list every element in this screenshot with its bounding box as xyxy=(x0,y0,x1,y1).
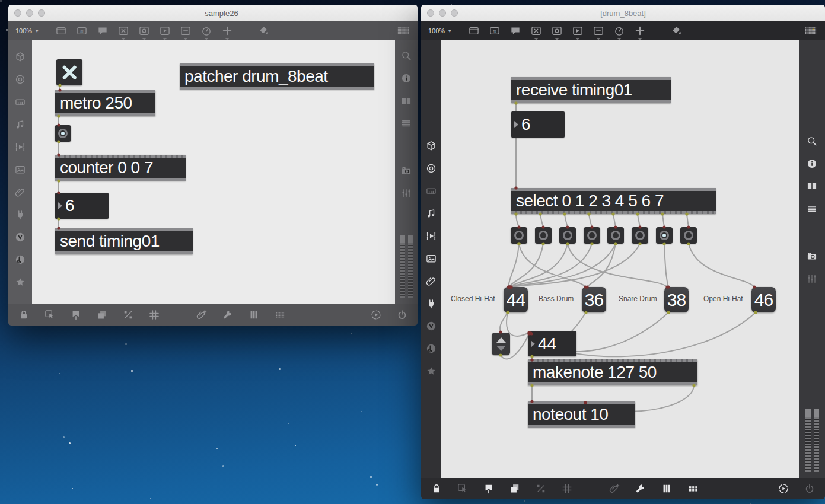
paint-icon[interactable] xyxy=(257,24,271,38)
duplicate-icon[interactable] xyxy=(508,481,522,496)
keyboard-icon[interactable] xyxy=(13,95,27,109)
wrench-icon[interactable] xyxy=(221,308,235,322)
beap-icon[interactable] xyxy=(424,342,438,356)
patcher-object[interactable]: patcher drum_8beat xyxy=(180,63,374,90)
keyboard-icon[interactable] xyxy=(424,184,438,198)
minimize-button[interactable] xyxy=(439,9,446,17)
number-box-icon[interactable] xyxy=(179,24,193,38)
search-icon[interactable] xyxy=(399,49,413,63)
cube-icon[interactable] xyxy=(424,139,438,153)
star-icon[interactable] xyxy=(424,364,438,378)
metro-object[interactable]: metro 250 xyxy=(55,90,155,116)
zoom-level-selector[interactable]: 100%▼ xyxy=(15,27,39,34)
number-box-top[interactable]: 6 xyxy=(511,111,565,138)
toggle-x[interactable] xyxy=(56,59,82,85)
bang-button[interactable] xyxy=(55,125,71,142)
dial-icon[interactable] xyxy=(199,24,214,38)
button-icon[interactable] xyxy=(550,24,564,38)
patcher-window-drum-8beat[interactable]: [drum_8beat] 100%▼ m receive timing016se… xyxy=(421,5,825,499)
number-box[interactable]: 6 xyxy=(55,193,109,219)
matrix-grid-icon[interactable] xyxy=(804,24,818,38)
cube-icon[interactable] xyxy=(13,50,27,64)
info-icon[interactable] xyxy=(805,157,819,171)
align-icon[interactable] xyxy=(121,308,135,322)
paperclip-add-icon[interactable] xyxy=(195,308,209,322)
stepseq-icon[interactable] xyxy=(273,308,287,322)
msg-44[interactable]: 44 xyxy=(504,287,528,312)
list-icon[interactable] xyxy=(805,202,819,216)
number-box-icon[interactable] xyxy=(591,24,606,38)
bang-6[interactable] xyxy=(656,227,673,244)
patcher-window-sample26[interactable]: sample26 100%▼ m patcher drum_8beatmetro… xyxy=(8,5,418,326)
makenote-object[interactable]: makenote 127 50 xyxy=(528,359,697,385)
message-box-icon[interactable]: m xyxy=(75,24,89,38)
filters-icon[interactable] xyxy=(399,186,413,200)
wrench-icon[interactable] xyxy=(633,481,648,496)
bang-2[interactable] xyxy=(559,227,576,244)
send-object[interactable]: send timing01 xyxy=(55,228,193,254)
star-icon[interactable] xyxy=(13,275,27,289)
info-icon[interactable] xyxy=(399,71,413,85)
traffic-lights[interactable] xyxy=(427,9,458,17)
paperclip-icon[interactable] xyxy=(13,185,27,199)
video-icon[interactable] xyxy=(424,229,438,243)
number-box-note[interactable]: 44 xyxy=(528,331,576,356)
transport-icon[interactable] xyxy=(369,308,383,322)
close-button[interactable] xyxy=(427,9,434,17)
decrement-arrow[interactable] xyxy=(496,346,506,351)
add-object-icon[interactable] xyxy=(633,24,647,38)
paperclip-add-icon[interactable] xyxy=(607,481,622,496)
note-icon[interactable] xyxy=(424,206,438,221)
vizzie-icon[interactable] xyxy=(424,319,438,333)
bang-5[interactable] xyxy=(632,227,648,244)
close-button[interactable] xyxy=(14,9,21,17)
lock-icon[interactable] xyxy=(429,481,444,496)
lock-icon[interactable] xyxy=(17,308,31,322)
presentation-icon[interactable] xyxy=(69,308,83,322)
stepseq-icon[interactable] xyxy=(686,481,700,496)
receive-object[interactable]: receive timing01 xyxy=(511,77,671,103)
cursor-icon[interactable] xyxy=(455,481,470,496)
object-box-icon[interactable] xyxy=(467,24,481,38)
plug-icon[interactable] xyxy=(424,296,438,311)
bang-1[interactable] xyxy=(535,227,552,244)
beap-icon[interactable] xyxy=(13,253,27,267)
bang-7[interactable] xyxy=(680,227,697,244)
playbar-icon[interactable] xyxy=(571,24,585,38)
msg-38[interactable]: 38 xyxy=(664,287,689,312)
plug-icon[interactable] xyxy=(13,208,27,222)
toggle-icon[interactable] xyxy=(116,24,130,38)
bang-0[interactable] xyxy=(511,227,527,244)
camera-icon[interactable] xyxy=(399,164,413,178)
matrix-grid-icon[interactable] xyxy=(396,24,410,38)
target-icon[interactable] xyxy=(424,161,438,176)
playbar-icon[interactable] xyxy=(158,24,172,38)
bang-3[interactable] xyxy=(584,227,600,244)
object-box-icon[interactable] xyxy=(54,24,68,38)
counter-object[interactable]: counter 0 0 7 xyxy=(55,155,186,181)
columns-icon[interactable] xyxy=(805,179,819,193)
comment-icon[interactable] xyxy=(508,24,523,38)
presentation-icon[interactable] xyxy=(482,481,496,496)
piano-icon[interactable] xyxy=(660,481,674,496)
image-icon[interactable] xyxy=(424,251,438,266)
transport-icon[interactable] xyxy=(776,481,791,496)
titlebar[interactable]: [drum_8beat] xyxy=(421,5,825,21)
button-icon[interactable] xyxy=(137,24,151,38)
increment-arrow[interactable] xyxy=(496,337,506,343)
select-object[interactable]: select 0 1 2 3 4 5 6 7 xyxy=(511,188,716,214)
zoom-button[interactable] xyxy=(451,9,458,17)
zoom-level-selector[interactable]: 100%▼ xyxy=(428,27,452,34)
msg-36[interactable]: 36 xyxy=(582,287,606,312)
duplicate-icon[interactable] xyxy=(95,308,109,322)
paperclip-icon[interactable] xyxy=(424,274,438,288)
align-icon[interactable] xyxy=(534,481,548,496)
comment-icon[interactable] xyxy=(95,24,110,38)
bang-4[interactable] xyxy=(607,227,624,244)
zoom-button[interactable] xyxy=(38,9,45,17)
toggle-icon[interactable] xyxy=(529,24,543,38)
grid-icon[interactable] xyxy=(147,308,161,322)
search-icon[interactable] xyxy=(805,134,819,148)
power-icon[interactable] xyxy=(395,308,409,322)
paint-icon[interactable] xyxy=(670,24,684,38)
